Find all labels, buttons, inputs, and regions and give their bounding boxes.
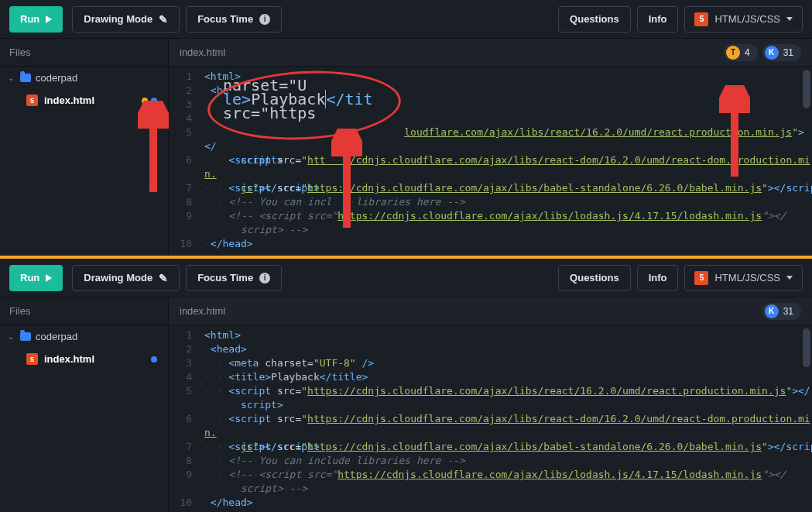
- info-icon: i: [259, 14, 270, 25]
- badge-count: 31: [783, 306, 793, 317]
- drawing-mode-button[interactable]: Drawing Mode✎: [72, 265, 180, 291]
- language-selector[interactable]: 5 HTML/JS/CSS: [684, 265, 803, 291]
- presence-dots: [142, 98, 160, 104]
- code-area[interactable]: 12345678910 <html> ·<head> · · <meta cha…: [169, 325, 812, 512]
- info-icon: i: [259, 273, 270, 283]
- presence-badge-t[interactable]: T4: [724, 44, 758, 61]
- scrollbar[interactable]: [803, 70, 810, 108]
- chevron-down-icon: ⌄: [8, 74, 15, 82]
- play-icon: [46, 15, 52, 23]
- chevron-down-icon: [786, 276, 793, 280]
- folder-row[interactable]: ⌄ coderpad: [0, 325, 168, 348]
- html5-icon: 5: [26, 94, 38, 106]
- editor: index.html T4 K31 12345678910 <html> ·<h…: [169, 39, 812, 256]
- code-content[interactable]: <html> ·<he xxxxxxxxxxxxxxxxxxxxxxxxxxxx…: [200, 67, 812, 256]
- files-header: Files: [0, 297, 168, 325]
- folder-row[interactable]: ⌄ coderpad: [0, 67, 168, 89]
- play-icon: [46, 274, 52, 282]
- avatar: K: [765, 304, 779, 318]
- info-button[interactable]: Info: [637, 265, 679, 291]
- panel-bottom: Run Drawing Mode✎ Focus Timei Questions …: [0, 259, 812, 512]
- file-row[interactable]: 5 index.html: [0, 89, 168, 112]
- questions-button[interactable]: Questions: [558, 265, 631, 291]
- language-label: HTML/JS/CSS: [714, 272, 780, 283]
- html5-icon: 5: [694, 271, 708, 285]
- badge-count: 31: [783, 47, 793, 58]
- code-area[interactable]: 12345678910 <html> ·<he xxxxxxxxxxxxxxxx…: [169, 67, 812, 256]
- code-content[interactable]: <html> ·<head> · · <meta charset="UTF-8"…: [200, 325, 812, 512]
- panel-top: Run Drawing Mode✎ Focus Timei Questions …: [0, 0, 812, 256]
- toolbar: Run Drawing Mode✎ Focus Timei Questions …: [0, 259, 812, 297]
- folder-icon: [20, 74, 31, 82]
- pencil-icon: ✎: [159, 272, 168, 284]
- folder-label: coderpad: [36, 72, 77, 84]
- editor: index.html K31 12345678910 <html> ·<head…: [169, 297, 812, 512]
- presence-dots: [151, 356, 160, 363]
- drawing-mode-button[interactable]: Drawing Mode✎: [72, 6, 180, 33]
- pencil-icon: ✎: [159, 13, 168, 26]
- file-row[interactable]: 5 index.html: [0, 348, 168, 370]
- info-button[interactable]: Info: [637, 6, 679, 33]
- focus-time-button[interactable]: Focus Timei: [186, 6, 282, 33]
- chevron-down-icon: [786, 17, 793, 21]
- html5-icon: 5: [694, 12, 708, 26]
- run-button[interactable]: Run: [9, 6, 63, 33]
- language-selector[interactable]: 5 HTML/JS/CSS: [684, 6, 803, 33]
- html5-icon: 5: [26, 353, 38, 365]
- focus-time-button[interactable]: Focus Timei: [186, 265, 282, 291]
- file-label: index.html: [44, 94, 94, 106]
- editor-filename: index.html: [180, 46, 225, 58]
- editor-filename: index.html: [180, 305, 225, 317]
- scrollbar[interactable]: [803, 328, 810, 367]
- toolbar: Run Drawing Mode✎ Focus Timei Questions …: [0, 0, 812, 39]
- chevron-down-icon: ⌄: [8, 332, 15, 341]
- line-gutter: 12345678910: [169, 325, 200, 512]
- files-sidebar: Files ⌄ coderpad 5 index.html: [0, 39, 169, 256]
- file-label: index.html: [44, 353, 94, 365]
- avatar: T: [726, 46, 740, 60]
- folder-label: coderpad: [36, 331, 77, 342]
- presence-badge-k[interactable]: K31: [762, 303, 801, 320]
- files-sidebar: Files ⌄ coderpad 5 index.html: [0, 297, 169, 512]
- editor-header: index.html T4 K31: [169, 39, 812, 67]
- annotation-arrow: [331, 129, 362, 229]
- folder-icon: [20, 332, 31, 341]
- editor-header: index.html K31: [169, 297, 812, 325]
- line-gutter: 12345678910: [169, 67, 200, 256]
- questions-button[interactable]: Questions: [558, 6, 631, 33]
- badge-count: 4: [745, 47, 750, 58]
- run-button[interactable]: Run: [9, 265, 63, 291]
- presence-badge-k[interactable]: K31: [762, 44, 801, 61]
- avatar: K: [765, 46, 779, 60]
- language-label: HTML/JS/CSS: [714, 13, 780, 25]
- files-header: Files: [0, 39, 168, 67]
